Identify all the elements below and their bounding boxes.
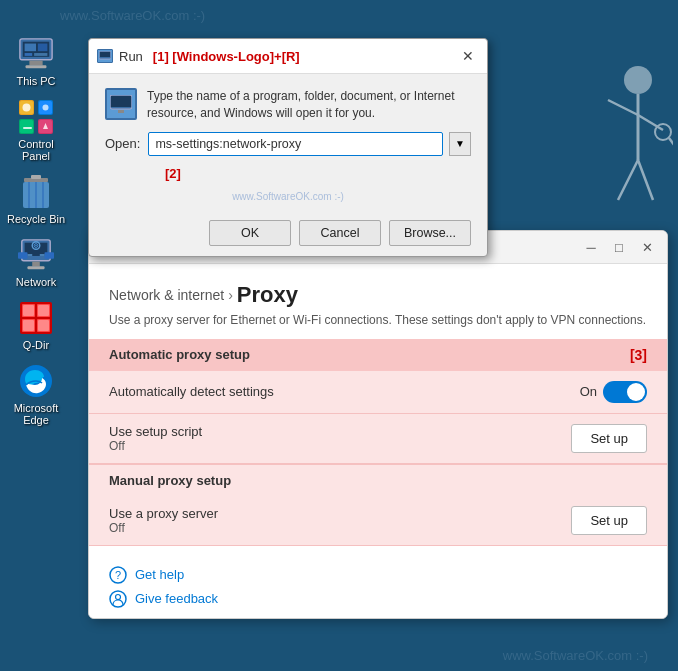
sidebar-item-control-panel[interactable]: Control Panel [1,93,71,168]
svg-line-63 [669,138,673,146]
svg-line-59 [638,115,663,130]
run-cancel-button[interactable]: Cancel [299,220,381,246]
auto-detect-toggle[interactable]: On [580,381,647,403]
svg-rect-4 [25,44,36,52]
run-hotkey: [1] [Windows-Logo]+[R] [153,49,300,64]
breadcrumb-network: Network & internet [109,287,224,303]
run-step2: [2] [165,166,471,181]
svg-rect-31 [32,262,40,267]
recycle-bin-icon [18,174,54,210]
svg-rect-6 [25,53,33,56]
svg-line-58 [608,100,638,115]
watermark-top: www.SoftwareOK.com :-) [60,8,205,23]
settings-window: ─ □ ✕ Network & internet › Proxy Use a p… [88,230,668,619]
get-help-link[interactable]: Get help [135,567,184,582]
run-dialog: Run [1] [Windows-Logo]+[R] ✕ Type the na… [88,38,488,257]
svg-rect-33 [18,252,27,259]
svg-rect-32 [27,266,44,269]
setup-script-btn[interactable]: Set up [571,424,647,453]
svg-line-60 [618,160,638,200]
svg-point-55 [116,594,121,599]
run-body: Type the name of a program, folder, docu… [89,74,487,256]
sidebar-item-recycle-bin[interactable]: Recycle Bin [1,168,71,231]
svg-point-56 [624,66,652,94]
svg-line-61 [638,160,653,200]
proxy-server-title: Use a proxy server [109,506,218,521]
settings-header: Network & internet › Proxy Use a proxy s… [89,264,667,339]
setup-script-row: Use setup script Off Set up [89,414,667,464]
watermark-bottom: www.SoftwareOK.com :-) [503,648,648,663]
settings-maximize-button[interactable]: □ [607,236,631,258]
svg-rect-50 [111,96,131,107]
auto-proxy-step: [3] [630,347,647,363]
setup-script-title: Use setup script [109,424,202,439]
svg-point-10 [23,104,31,112]
sidebar-item-microsoft-edge[interactable]: Microsoft Edge [1,357,71,432]
svg-rect-5 [38,44,47,52]
proxy-server-row: Use a proxy server Off Set up [89,496,667,546]
help-icon: ? [109,566,127,584]
run-description-row: Type the name of a program, folder, docu… [105,88,471,122]
svg-rect-15 [20,120,33,133]
auto-detect-left: Automatically detect settings [109,384,274,399]
svg-text:?: ? [115,569,121,581]
q-dir-label: Q-Dir [23,339,49,351]
feedback-row: Give feedback [109,590,647,608]
desktop-icons: This PC Control Panel [0,30,72,432]
settings-close-button[interactable]: ✕ [635,236,659,258]
q-dir-icon [18,300,54,336]
settings-subtitle: Use a proxy server for Ethernet or Wi-Fi… [109,312,647,329]
svg-rect-42 [23,305,34,316]
svg-rect-2 [26,65,47,68]
svg-point-30 [35,245,37,247]
control-panel-icon [18,99,54,135]
settings-content: Automatic proxy setup [3] Automatically … [89,339,667,556]
run-watermark: www.SoftwareOK.com :-) [105,191,471,206]
control-panel-label: Control Panel [5,138,67,162]
run-ok-button[interactable]: OK [209,220,291,246]
sidebar-item-this-pc[interactable]: This PC [1,30,71,93]
run-desc-icon [105,88,137,120]
svg-rect-44 [23,320,34,331]
proxy-server-left: Use a proxy server Off [109,506,218,535]
toggle-thumb [627,383,645,401]
auto-detect-row: Automatically detect settings On [89,371,667,414]
sidebar-item-network[interactable]: Network [1,231,71,294]
sidebar-item-q-dir[interactable]: Q-Dir [1,294,71,357]
auto-proxy-title: Automatic proxy setup [109,347,250,362]
run-buttons-row: OK Cancel Browse... [105,220,471,246]
run-dropdown-arrow[interactable]: ▼ [449,132,471,156]
feedback-icon [109,590,127,608]
run-close-button[interactable]: ✕ [457,45,479,67]
toggle-on-label: On [580,384,597,399]
give-feedback-link[interactable]: Give feedback [135,591,218,606]
toggle-track[interactable] [603,381,647,403]
settings-footer: ? Get help Give feedback [89,556,667,618]
auto-proxy-section-header: Automatic proxy setup [3] [89,339,667,371]
svg-rect-43 [38,305,49,316]
run-description: Type the name of a program, folder, docu… [147,88,471,122]
proxy-server-btn[interactable]: Set up [571,506,647,535]
recycle-bin-label: Recycle Bin [7,213,65,225]
manual-proxy-title: Manual proxy setup [109,473,231,488]
auto-detect-title: Automatically detect settings [109,384,274,399]
run-input[interactable] [148,132,443,156]
edge-icon [18,363,54,399]
run-open-row: Open: ▼ [105,132,471,156]
svg-point-13 [43,105,49,111]
breadcrumb-arrow: › [228,287,233,303]
manual-proxy-section-header: Manual proxy setup [89,464,667,496]
get-help-row: ? Get help [109,566,647,584]
svg-rect-34 [45,252,54,259]
run-browse-button[interactable]: Browse... [389,220,471,246]
svg-point-62 [655,124,671,140]
this-pc-icon [18,36,54,72]
network-icon [18,237,54,273]
svg-rect-1 [29,61,42,66]
svg-rect-16 [23,127,32,129]
svg-rect-45 [38,320,49,331]
settings-minimize-button[interactable]: ─ [579,236,603,258]
svg-rect-51 [118,110,124,113]
setup-script-left: Use setup script Off [109,424,202,453]
run-open-label: Open: [105,136,140,151]
